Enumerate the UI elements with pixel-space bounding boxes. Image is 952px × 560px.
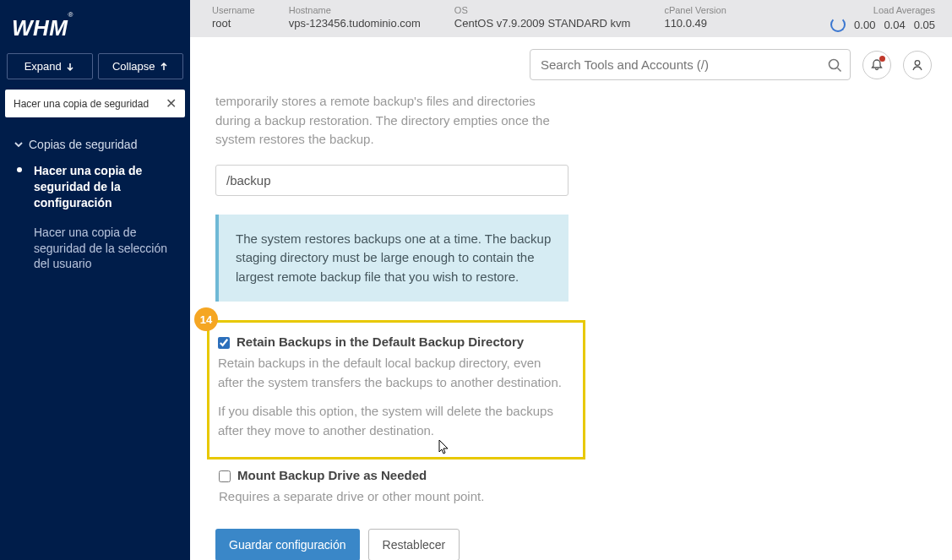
arrow-up-icon [159,62,169,72]
save-button[interactable]: Guardar configuración [215,529,360,561]
expand-label: Expand [24,60,62,73]
mount-backup-checkbox[interactable] [219,470,231,482]
notification-dot-icon [879,56,885,62]
mount-backup-label: Mount Backup Drive as Needed [237,468,427,482]
search-wrap [530,49,851,80]
username-label: Username [212,5,255,15]
load-label: Load Averages [830,5,935,15]
load-value-1: 0.00 [854,19,875,31]
sidebar-item-label: Hacer una copia de seguridad de la confi… [34,164,142,209]
hostname-label: Hostname [289,5,421,15]
info-text: The system restores backups one at a tim… [236,231,551,284]
searchbar-row [190,37,952,92]
staging-path-input[interactable] [215,165,568,196]
topbar-cpanel-version: cPanel Version 110.0.49 [664,5,726,30]
retain-backups-group: 14 Retain Backups in the Default Backup … [207,320,585,459]
notifications-button[interactable] [862,51,891,79]
retain-backups-label: Retain Backups in the Default Backup Dir… [237,334,524,349]
cpver-value: 110.0.49 [664,17,726,30]
cpver-label: cPanel Version [664,5,726,15]
account-button[interactable] [903,51,932,79]
arrow-down-icon [65,62,75,72]
topbar-os: OS CentOS v7.9.2009 STANDARD kvm [454,5,631,30]
topbar: Username root Hostname vps-123456.tudomi… [190,0,952,37]
whm-logo: WHM® [0,0,190,53]
topbar-load-averages: Load Averages 0.00 0.04 0.05 [830,5,935,32]
topbar-hostname: Hostname vps-123456.tudominio.com [289,5,421,30]
retain-backups-checkbox[interactable] [218,337,230,349]
load-value-3: 0.05 [914,19,935,31]
nav-section-title: Copias de seguridad [29,138,137,151]
username-value: root [212,17,255,30]
sidebar-item-backup-config[interactable]: Hacer una copia de seguridad de la confi… [3,156,187,218]
breadcrumb-text: Hacer una copia de seguridad [14,98,149,110]
content: temporarily stores a remote backup's fil… [190,92,952,560]
step-badge: 14 [194,307,218,331]
collapse-button[interactable]: Collapse [98,53,184,79]
hostname-value: vps-123456.tudominio.com [289,17,421,30]
breadcrumb[interactable]: Hacer una copia de seguridad ✕ [5,90,185,117]
sidebar-item-label: Hacer una copia de seguridad de la selec… [34,226,167,271]
svg-point-1 [915,60,920,65]
staging-description: temporarily stores a remote backup's fil… [215,92,562,150]
retain-desc-2: If you disable this option, the system w… [215,402,569,440]
search-input[interactable] [530,49,851,80]
chevron-down-icon [14,139,24,150]
os-value: CentOS v7.9.2009 STANDARD kvm [454,17,631,30]
mount-desc: Requires a separate drive or other mount… [215,487,594,507]
logo-trademark: ® [68,11,73,19]
retain-desc-1: Retain backups in the default local back… [215,354,569,392]
collapse-label: Collapse [112,60,155,73]
os-label: OS [454,5,631,15]
nav-section-header[interactable]: Copias de seguridad [3,133,187,156]
search-icon[interactable] [827,57,842,73]
reset-button[interactable]: Restablecer [368,529,460,561]
sidebar: WHM® Expand Collapse Hacer una copia de … [0,0,190,560]
main: Username root Hostname vps-123456.tudomi… [190,0,952,560]
logo-text: WHM [12,15,68,41]
sidebar-item-backup-user[interactable]: Hacer una copia de seguridad de la selec… [3,218,187,280]
expand-button[interactable]: Expand [7,53,93,79]
info-box: The system restores backups one at a tim… [215,215,568,302]
mount-backup-group: Mount Backup Drive as Needed Requires a … [215,468,594,507]
user-icon [911,58,924,72]
topbar-username: Username root [212,5,255,30]
cursor-icon [438,438,451,455]
close-icon[interactable]: ✕ [166,95,177,111]
refresh-icon[interactable] [830,17,846,32]
svg-point-0 [830,59,839,68]
load-value-2: 0.04 [884,19,905,31]
button-row: Guardar configuración Restablecer [215,529,927,561]
nav-section: Copias de seguridad Hacer una copia de s… [0,124,190,287]
